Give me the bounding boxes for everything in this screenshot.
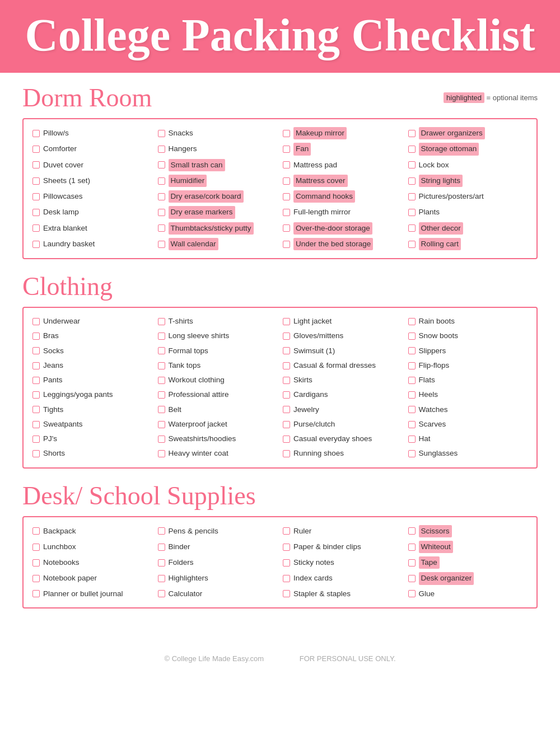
checkbox[interactable] — [283, 347, 290, 354]
checkbox[interactable] — [158, 347, 165, 354]
list-item[interactable]: Desk organizer — [408, 571, 528, 586]
checkbox[interactable] — [408, 130, 416, 137]
checkbox[interactable] — [408, 177, 416, 185]
checkbox[interactable] — [408, 544, 416, 551]
checkbox[interactable] — [158, 333, 165, 340]
list-item[interactable]: Sweatshirts/hoodies — [158, 432, 278, 446]
list-item[interactable]: Light jacket — [283, 315, 403, 328]
list-item[interactable]: Professional attire — [158, 388, 278, 401]
list-item[interactable]: Folders — [158, 555, 278, 570]
checkbox[interactable] — [408, 161, 416, 168]
checkbox[interactable] — [408, 391, 416, 399]
list-item[interactable]: Notebook paper — [32, 571, 152, 586]
list-item[interactable]: Sheets (1 set) — [32, 174, 152, 188]
checkbox[interactable] — [283, 318, 290, 325]
list-item[interactable]: Skirts — [283, 373, 403, 387]
list-item[interactable]: Ruler — [283, 524, 403, 539]
list-item[interactable]: Hangers — [158, 142, 278, 156]
list-item[interactable]: Scarves — [408, 418, 528, 431]
list-item[interactable]: Plants — [408, 205, 528, 219]
list-item[interactable]: Pictures/posters/art — [408, 189, 528, 204]
checkbox[interactable] — [158, 177, 165, 185]
checkbox[interactable] — [158, 527, 165, 535]
checkbox[interactable] — [32, 590, 40, 597]
checkbox[interactable] — [408, 347, 416, 354]
list-item[interactable]: Highlighters — [158, 571, 278, 586]
checkbox[interactable] — [408, 377, 416, 384]
checkbox[interactable] — [32, 436, 40, 443]
list-item[interactable]: Sweatpants — [32, 418, 152, 431]
checkbox[interactable] — [32, 575, 40, 582]
checkbox[interactable] — [283, 146, 290, 153]
list-item[interactable]: Tape — [408, 555, 528, 570]
list-item[interactable]: Swimsuit (1) — [283, 344, 403, 358]
checkbox[interactable] — [32, 391, 40, 399]
list-item[interactable]: Glue — [408, 587, 528, 601]
list-item[interactable]: Dry erase/cork board — [158, 189, 278, 204]
list-item[interactable]: Index cards — [283, 571, 403, 586]
list-item[interactable]: Sunglasses — [408, 447, 528, 460]
list-item[interactable]: Laundry basket — [32, 237, 152, 251]
checkbox[interactable] — [283, 527, 290, 535]
list-item[interactable]: Snow boots — [408, 329, 528, 343]
list-item[interactable]: Heels — [408, 388, 528, 401]
list-item[interactable]: Purse/clutch — [283, 418, 403, 431]
checkbox[interactable] — [158, 450, 165, 457]
checkbox[interactable] — [158, 559, 165, 567]
list-item[interactable]: Rolling cart — [408, 237, 528, 251]
checkbox[interactable] — [32, 421, 40, 428]
list-item[interactable]: Whiteout — [408, 540, 528, 554]
checkbox[interactable] — [283, 421, 290, 428]
list-item[interactable]: Backpack — [32, 524, 152, 539]
checkbox[interactable] — [32, 130, 40, 137]
checkbox[interactable] — [408, 575, 416, 582]
checkbox[interactable] — [408, 406, 416, 413]
checkbox[interactable] — [283, 130, 290, 137]
list-item[interactable]: Rain boots — [408, 315, 528, 328]
checkbox[interactable] — [283, 377, 290, 384]
checkbox[interactable] — [408, 224, 416, 232]
list-item[interactable]: Watches — [408, 403, 528, 416]
checkbox[interactable] — [158, 377, 165, 384]
list-item[interactable]: String lights — [408, 174, 528, 188]
list-item[interactable]: Comforter — [32, 142, 152, 156]
list-item[interactable]: Planner or bullet journal — [32, 587, 152, 601]
list-item[interactable]: Snacks — [158, 126, 278, 141]
checkbox[interactable] — [158, 224, 165, 232]
list-item[interactable]: Cardigans — [283, 388, 403, 401]
checkbox[interactable] — [408, 193, 416, 200]
list-item[interactable]: Gloves/mittens — [283, 329, 403, 343]
checkbox[interactable] — [408, 559, 416, 567]
checkbox[interactable] — [32, 177, 40, 185]
checkbox[interactable] — [408, 527, 416, 535]
list-item[interactable]: Fan — [283, 142, 403, 156]
list-item[interactable]: Mattress cover — [283, 174, 403, 188]
checkbox[interactable] — [32, 224, 40, 232]
checkbox[interactable] — [408, 333, 416, 340]
list-item[interactable]: Leggings/yoga pants — [32, 388, 152, 401]
list-item[interactable]: Small trash can — [158, 158, 278, 172]
checkbox[interactable] — [283, 590, 290, 597]
list-item[interactable]: Makeup mirror — [283, 126, 403, 141]
list-item[interactable]: Flats — [408, 373, 528, 387]
checkbox[interactable] — [32, 559, 40, 567]
list-item[interactable]: Long sleeve shirts — [158, 329, 278, 343]
checkbox[interactable] — [283, 224, 290, 232]
checkbox[interactable] — [158, 406, 165, 413]
list-item[interactable]: Extra blanket — [32, 221, 152, 236]
list-item[interactable]: Pants — [32, 373, 152, 387]
list-item[interactable]: Casual everyday shoes — [283, 432, 403, 446]
list-item[interactable]: Lock box — [408, 158, 528, 172]
list-item[interactable]: Full-length mirror — [283, 205, 403, 219]
checkbox[interactable] — [32, 333, 40, 340]
checkbox[interactable] — [283, 362, 290, 369]
list-item[interactable]: Command hooks — [283, 189, 403, 204]
list-item[interactable]: Storage ottoman — [408, 142, 528, 156]
list-item[interactable]: Sticky notes — [283, 555, 403, 570]
checkbox[interactable] — [32, 347, 40, 354]
checkbox[interactable] — [32, 544, 40, 551]
checkbox[interactable] — [32, 193, 40, 200]
checkbox[interactable] — [158, 391, 165, 399]
list-item[interactable]: Notebooks — [32, 555, 152, 570]
list-item[interactable]: Drawer organizers — [408, 126, 528, 141]
